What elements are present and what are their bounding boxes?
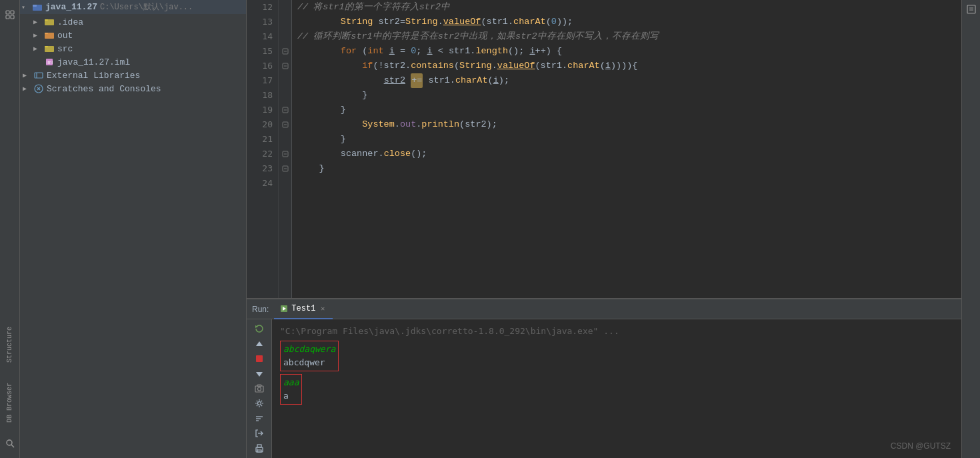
right-icon-1[interactable] — [962, 3, 981, 16]
input-line-1: abcdaqwera — [283, 343, 335, 356]
project-folder-icon — [32, 2, 43, 13]
test1-tab[interactable]: Test1 ✕ — [274, 299, 333, 319]
code-line-24 — [297, 176, 956, 191]
rerun-btn[interactable] — [250, 322, 269, 335]
svg-point-42 — [257, 402, 261, 405]
db-browser-tab[interactable]: DB Browser — [1, 373, 19, 433]
svg-rect-13 — [45, 46, 48, 47]
code-line-12: // 将str1的第一个字符存入str2中 — [297, 0, 956, 15]
settings-gear-btn[interactable] — [250, 397, 269, 410]
svg-rect-41 — [257, 385, 261, 387]
code-line-18: } — [297, 88, 956, 103]
ext-libraries[interactable]: ▶ External Libraries — [20, 69, 246, 82]
out-arrow: ▶ — [33, 31, 44, 39]
svg-rect-7 — [33, 5, 37, 7]
idea-folder-icon — [44, 17, 55, 27]
highlight-op: += — [411, 73, 423, 88]
svg-rect-9 — [45, 19, 48, 21]
idea-folder[interactable]: ▶ .idea — [20, 15, 246, 29]
out-folder-icon — [44, 30, 55, 41]
svg-point-40 — [257, 387, 261, 391]
scratches-consoles[interactable]: ▶ Scratches and Consoles — [20, 82, 246, 95]
code-line-20: System . out . println (str2); — [297, 117, 956, 132]
svg-line-5 — [11, 445, 14, 447]
iml-icon: iml — [44, 57, 55, 67]
code-line-14: // 循环判断str1中的字符是否在str2中出现，如果str2中存在则不写入，… — [297, 29, 956, 44]
run-tab-icon — [279, 304, 289, 313]
src-label: src — [57, 44, 73, 54]
scroll-down-btn[interactable] — [250, 367, 269, 380]
right-side-tabs — [961, 0, 980, 458]
svg-rect-16 — [35, 73, 43, 78]
svg-point-4 — [7, 440, 12, 445]
svg-rect-2 — [6, 15, 9, 19]
watermark: CSDN @GUTSZ — [891, 439, 951, 453]
bottom-tabs: Run: Test1 ✕ — [247, 299, 961, 319]
input-box-1: abcdaqwera abcdqwer — [280, 341, 339, 371]
tab-close-btn[interactable]: ✕ — [318, 304, 327, 313]
project-path: C:\Users\默认\jav... — [100, 1, 193, 13]
code-line-19: } — [297, 103, 956, 117]
ext-lib-arrow: ▶ — [23, 71, 33, 79]
svg-rect-51 — [967, 5, 975, 13]
out-label: out — [57, 31, 73, 41]
svg-rect-37 — [256, 355, 263, 362]
project-root-item[interactable]: ▾ java_11.27 C:\Users\默认\jav... — [20, 0, 246, 14]
scroll-up-btn[interactable] — [250, 337, 269, 350]
svg-marker-36 — [256, 341, 263, 346]
svg-rect-1 — [11, 11, 14, 14]
sidebar-icon-1[interactable] — [1, 5, 19, 24]
scratches-label: Scratches and Consoles — [47, 84, 161, 94]
left-sidebar-icons: Structure DB Browser — [0, 0, 20, 458]
code-line-15: for ( int i = 0 ; i < str1. length (); i… — [297, 44, 956, 59]
line-numbers: 12 13 14 15 16 17 18 19 20 21 22 23 24 — [247, 0, 279, 298]
input-line-2: aaa — [283, 376, 299, 389]
structure-label: Structure — [6, 324, 13, 365]
bottom-toolbar — [247, 319, 272, 458]
iml-file[interactable]: iml java_11.27.iml — [20, 55, 246, 69]
idea-arrow: ▶ — [33, 18, 44, 26]
file-tree-content: ▶ .idea ▶ out ▶ src — [20, 14, 246, 458]
code-line-22: scanner. close (); — [297, 147, 956, 161]
file-tree-panel: ▾ java_11.27 C:\Users\默认\jav... ▶ .idea … — [20, 0, 247, 458]
src-folder-icon — [44, 43, 55, 54]
bottom-panel: Run: Test1 ✕ — [247, 298, 961, 458]
bottom-content: "C:\Program Files\java\.jdks\corretto-1.… — [247, 319, 961, 458]
scratches-icon — [33, 83, 44, 94]
iml-label: java_11.27.iml — [57, 57, 130, 67]
run-label: Run: — [252, 305, 269, 314]
code-line-13: String str2= String . valueOf (str1. cha… — [297, 15, 956, 29]
db-browser-label: DB Browser — [6, 380, 13, 425]
code-line-17: str2 += str1. charAt (i); — [297, 73, 956, 88]
code-line-16: if (!str2. contains ( String . valueOf (… — [297, 59, 956, 73]
tab-label: Test1 — [291, 304, 315, 313]
exit-btn[interactable] — [250, 427, 269, 440]
project-name: java_11.27 — [45, 2, 97, 12]
svg-rect-0 — [6, 11, 9, 14]
svg-rect-39 — [255, 386, 263, 392]
code-editor: 12 13 14 15 16 17 18 19 20 21 22 23 24 — [247, 0, 961, 298]
code-line-23: } — [297, 161, 956, 176]
editor-area: 12 13 14 15 16 17 18 19 20 21 22 23 24 — [247, 0, 961, 458]
svg-rect-48 — [257, 445, 261, 447]
src-arrow: ▶ — [33, 45, 44, 53]
structure-tab[interactable]: Structure — [1, 318, 19, 371]
main-area: Structure DB Browser ▾ java_11.27 C:\Use… — [0, 0, 980, 458]
svg-marker-38 — [256, 372, 263, 377]
svg-text:iml: iml — [47, 60, 53, 65]
search-icon-btn[interactable] — [1, 434, 19, 453]
ext-lib-label: External Libraries — [47, 71, 140, 81]
console-cmd-line: "C:\Program Files\java\.jdks\corretto-1.… — [280, 325, 953, 338]
output-line-2: a — [283, 389, 299, 403]
console-output[interactable]: "C:\Program Files\java\.jdks\corretto-1.… — [272, 319, 961, 458]
svg-rect-3 — [11, 15, 14, 19]
screenshot-btn[interactable] — [250, 382, 269, 395]
idea-label: .idea — [57, 17, 83, 27]
print-btn[interactable] — [250, 442, 269, 455]
src-folder[interactable]: ▶ src — [20, 42, 246, 55]
sort-btn[interactable] — [250, 412, 269, 425]
code-content[interactable]: // 将str1的第一个字符存入str2中 String str2= Strin… — [292, 0, 961, 298]
code-line-21: } — [297, 132, 956, 147]
out-folder[interactable]: ▶ out — [20, 29, 246, 42]
stop-btn[interactable] — [250, 352, 269, 365]
